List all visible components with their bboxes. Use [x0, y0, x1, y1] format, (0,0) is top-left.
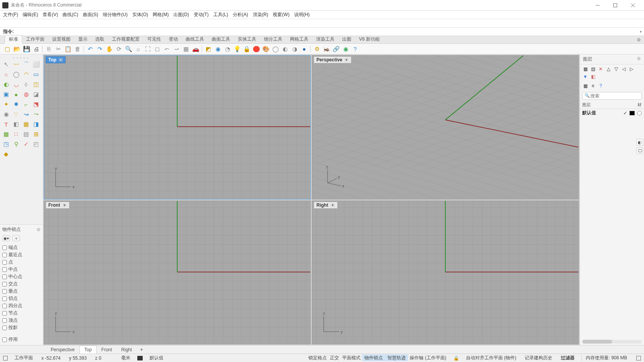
maximize-button[interactable] [606, 0, 624, 11]
viewport-front[interactable]: Front▾ x z [44, 201, 311, 345]
4view-icon[interactable]: ▦ [182, 45, 190, 53]
side-tool-23[interactable]: ⤳ [31, 110, 41, 119]
side-tool-21[interactable]: ∵ [12, 110, 21, 119]
new-sublayer-icon[interactable]: ▤ [590, 66, 596, 72]
osnap-item[interactable]: 最近点 [2, 252, 41, 258]
cplane-icon[interactable] [3, 356, 8, 360]
side-tool-28[interactable]: ▩ [2, 130, 11, 139]
status-toggle[interactable]: 物件锁点 [362, 354, 385, 361]
layer-next-icon[interactable]: ▷ [628, 66, 634, 72]
status-layer[interactable]: 默认值 [148, 355, 165, 361]
side-tool-13[interactable]: ● [12, 90, 21, 99]
zoom-extents-icon[interactable]: ⛶ [143, 45, 152, 53]
light-icon[interactable]: 💡 [233, 45, 241, 53]
side-tool-35[interactable]: ◰ [31, 140, 41, 149]
layer-help-icon[interactable]: ? [598, 83, 604, 89]
side-tool-9[interactable]: ◡ [12, 80, 21, 89]
viewport-top[interactable]: Top▾ x y [44, 55, 311, 199]
side-tool-4[interactable]: ○ [2, 70, 11, 79]
toolbar-tab[interactable]: 工作视窗配置 [108, 35, 143, 43]
toolbar-grip[interactable]: • • • • • [2, 56, 41, 59]
close-button[interactable] [624, 0, 642, 11]
layer-filter-icon[interactable]: ▼ [582, 74, 588, 80]
osnap-item[interactable]: 顶点 [2, 317, 41, 324]
side-tool-1[interactable]: 〰 [12, 60, 21, 69]
menu-item[interactable]: 分析(A) [233, 12, 248, 18]
toolbar-tab[interactable]: 曲面工具 [208, 35, 234, 43]
layer-grid-icon[interactable]: ▦ [582, 83, 588, 89]
tab-render-icon[interactable]: ◐ [636, 139, 643, 146]
toolbar-tab[interactable]: 工作平面 [22, 35, 48, 43]
toolbar-settings-icon[interactable]: ⚙ [637, 37, 641, 43]
minimize-button[interactable] [589, 0, 606, 11]
tab-display-icon[interactable]: 🖵 [636, 147, 643, 154]
layer-color-swatch[interactable] [629, 111, 635, 115]
side-tool-31[interactable]: ⊞ [31, 130, 41, 139]
toolbar-tab[interactable]: 细分工具 [260, 35, 286, 43]
render-icon[interactable]: ◉ [341, 45, 350, 53]
side-tool-7[interactable]: ▭ [31, 70, 41, 79]
save-icon[interactable]: 💾 [22, 45, 31, 53]
side-tool-25[interactable]: ◧ [12, 120, 21, 129]
rotate-icon[interactable]: ⟳ [115, 45, 123, 53]
osnap-item[interactable]: 中心点 [2, 273, 41, 280]
side-tool-22[interactable]: ↝ [21, 110, 31, 119]
status-toggle[interactable]: 锁定格点 [307, 355, 328, 360]
side-tool-5[interactable]: ◯ [12, 70, 21, 79]
menu-item[interactable]: 变动(T) [194, 12, 209, 18]
zoom-window-icon[interactable]: ⌕ [134, 45, 142, 53]
add-viewtab-icon[interactable]: ✦ [137, 346, 147, 354]
status-toggle[interactable]: 平面模式 [341, 355, 362, 360]
viewport-top-title[interactable]: Top▾ [46, 56, 66, 63]
layer-tools-icon[interactable]: ◧ [590, 74, 596, 80]
status-end-icon[interactable] [636, 356, 641, 360]
viewport-menu-icon[interactable]: ▾ [331, 203, 335, 207]
copy-icon[interactable]: ⎘ [44, 45, 53, 53]
move-up-icon[interactable]: △ [605, 66, 611, 72]
osnap-item[interactable]: 端点 [2, 244, 41, 251]
layer-name[interactable]: 默认值 [582, 110, 621, 116]
side-tool-24[interactable]: T [2, 120, 11, 129]
menu-item[interactable]: 工具(L) [213, 12, 228, 18]
layer2-icon[interactable]: ◉ [214, 45, 222, 53]
print-icon[interactable]: 🖨 [32, 45, 40, 53]
osnap-disable[interactable]: 停用 [2, 336, 41, 343]
panel-settings-icon[interactable]: ⚙ [637, 56, 641, 63]
menu-item[interactable]: 渲染(R) [253, 12, 268, 18]
select-layer-icon[interactable]: ◔ [223, 45, 232, 53]
menu-item[interactable]: 曲线(C) [63, 12, 78, 18]
menu-item[interactable]: 细分物件(U) [103, 12, 128, 18]
layer-current-icon[interactable]: ✓ [623, 110, 627, 116]
toolbar-tab[interactable]: 实体工具 [234, 35, 260, 43]
globe1-icon[interactable]: ◐ [281, 45, 289, 53]
osnap-settings-icon[interactable]: ⚙ [36, 227, 41, 232]
layer-list-icon[interactable]: ≡ [590, 83, 596, 89]
lock-icon[interactable]: 🔒 [242, 45, 251, 53]
side-tool-34[interactable]: ✓ [21, 140, 31, 149]
menu-item[interactable]: 网格(M) [153, 12, 169, 18]
side-tool-29[interactable]: ∷ [12, 130, 21, 139]
status-toggle[interactable]: 操作轴 (工作平面) [408, 355, 448, 360]
osnap-filter-icon[interactable]: ▿ [12, 235, 20, 241]
menu-item[interactable]: 查看(V) [43, 12, 58, 18]
side-tool-18[interactable]: ⌐ [21, 100, 31, 109]
side-tool-12[interactable]: ▣ [2, 90, 11, 99]
toolbar-tab[interactable]: V8 新功能 [355, 35, 384, 43]
menu-item[interactable]: 实体(O) [132, 12, 148, 18]
undo-icon[interactable]: ↶ [86, 45, 94, 53]
viewport-front-title[interactable]: Front▾ [46, 202, 69, 209]
side-tool-30[interactable]: ▤ [21, 130, 31, 139]
undo-view-icon[interactable]: ⤺ [163, 45, 171, 53]
grasshopper-icon[interactable]: 🦗 [322, 45, 331, 53]
move-down-icon[interactable]: ▽ [613, 66, 619, 72]
layer-row-default[interactable]: 默认值 ✓ [580, 109, 644, 117]
zoom-icon[interactable]: 🔍 [124, 45, 133, 53]
side-tool-0[interactable]: ↖ [2, 60, 11, 69]
viewtab[interactable]: Top [79, 346, 97, 354]
toolbar-tab[interactable]: 设置视图 [48, 35, 74, 43]
status-toggle[interactable]: 正交 [328, 355, 341, 360]
viewtab[interactable]: Perspective [46, 346, 79, 354]
side-tool-19[interactable]: ⬔ [31, 100, 41, 109]
command-expand-icon[interactable]: ▾ [640, 30, 642, 34]
car-icon[interactable]: 🚗 [191, 45, 200, 53]
